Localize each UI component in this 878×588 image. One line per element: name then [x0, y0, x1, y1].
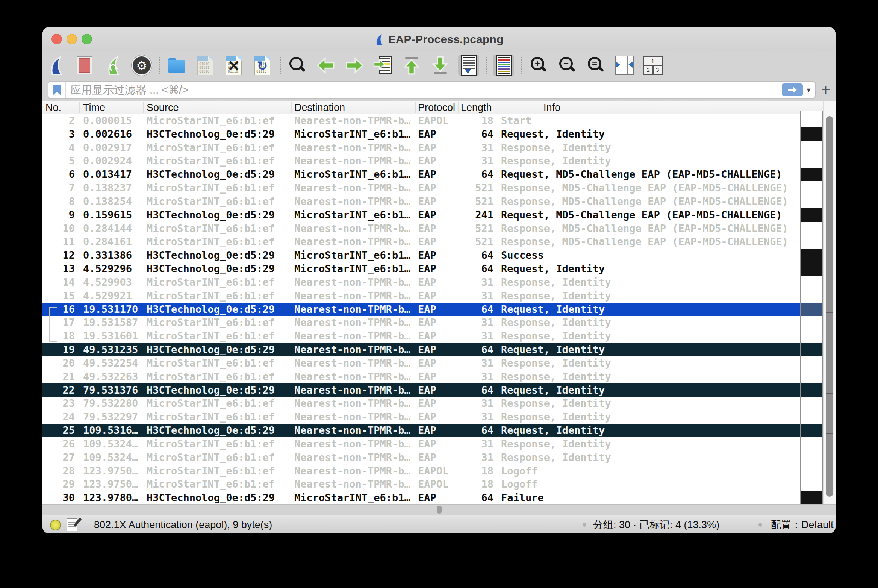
packet-row-26[interactable]: 26109.5324…MicroStarINT_e6:b1:efNearest-…: [42, 437, 800, 451]
packet-row-22[interactable]: 2279.531376H3CTechnolog_0e:d5:29Nearest-…: [42, 383, 800, 397]
packet-row-18[interactable]: 1819.531601MicroStarINT_e6:b1:efNearest-…: [42, 329, 800, 343]
window-title: EAP-Process.pcapng: [388, 33, 503, 46]
packet-row-16[interactable]: 1619.531170H3CTechnolog_0e:d5:29Nearest-…: [42, 303, 800, 316]
related-packets-bracket: [49, 307, 50, 342]
toolbar-separator: [280, 57, 281, 74]
packet-row-13[interactable]: 134.529296H3CTechnolog_0e:d5:29MicroStar…: [42, 262, 800, 276]
next-packet-button[interactable]: [344, 55, 365, 76]
colorize-button[interactable]: [493, 55, 514, 76]
packet-row-6[interactable]: 60.013417H3CTechnolog_0e:d5:29MicroStarI…: [42, 168, 800, 181]
apply-filter-button[interactable]: [782, 83, 803, 96]
status-separator-dot: [758, 515, 762, 533]
profile-selector[interactable]: 配置：Default: [771, 515, 834, 533]
resize-columns-button[interactable]: [614, 55, 635, 76]
packet-row-4[interactable]: 40.002917MicroStarINT_e6:b1:efNearest-no…: [42, 141, 800, 155]
minimap-block-16: [801, 303, 822, 316]
layout-icon: 1 23: [643, 56, 663, 75]
packet-row-14[interactable]: 144.529903MicroStarINT_e6:b1:efNearest-n…: [42, 276, 800, 289]
colorize-icon: [496, 55, 512, 76]
packet-row-15[interactable]: 154.529921MicroStarINT_e6:b1:efNearest-n…: [42, 289, 800, 303]
arrow-left-icon: [316, 56, 335, 75]
minimap-block-12: [801, 249, 822, 262]
intelligent-scrollbar-minimap[interactable]: [800, 111, 823, 504]
save-file-button[interactable]: 010100110101110: [195, 55, 216, 76]
restart-capture-button[interactable]: [103, 55, 124, 76]
gear-icon: ⚙: [132, 55, 152, 76]
packet-row-2[interactable]: 20.000015MicroStarINT_e6:b1:efNearest-no…: [42, 114, 800, 127]
status-bar: 802.1X Authentication (eapol), 9 byte(s)…: [42, 515, 836, 533]
display-filter-input[interactable]: [66, 84, 782, 96]
zoom-out-button[interactable]: −: [557, 55, 578, 76]
stop-capture-button[interactable]: [74, 55, 95, 76]
capture-comment-button[interactable]: [67, 515, 77, 533]
related-packets-bracket-tick: [49, 307, 57, 308]
minimap-block-30: [801, 491, 822, 505]
packet-count-info: 分组: 30 · 已标记: 4 (13.3%): [593, 515, 719, 533]
expert-info-button[interactable]: [50, 515, 61, 533]
vertical-scrollbar-thumb[interactable]: [826, 116, 833, 497]
auto-scroll-button[interactable]: [458, 55, 479, 76]
close-file-button[interactable]: 010100110101110✕: [223, 55, 244, 76]
folder-icon: [168, 58, 185, 73]
save-file-icon: 010100110101110: [197, 56, 213, 75]
column-header-info[interactable]: Info: [543, 101, 560, 114]
go-to-packet-button[interactable]: [372, 55, 394, 76]
zoom-in-icon: +: [529, 56, 548, 75]
packet-row-25[interactable]: 25109.5316…H3CTechnolog_0e:d5:29Nearest-…: [42, 424, 800, 437]
open-file-button[interactable]: [166, 55, 187, 76]
filter-bookmark-button[interactable]: [48, 82, 66, 98]
first-packet-button[interactable]: [401, 55, 422, 76]
column-header-no[interactable]: No.: [45, 101, 61, 114]
packet-row-17[interactable]: 1719.531587MicroStarINT_e6:b1:efNearest-…: [42, 316, 800, 329]
column-header-protocol[interactable]: Protocol: [418, 101, 455, 114]
column-header-destination[interactable]: Destination: [294, 101, 345, 114]
main-toolbar: ⚙ 010100110101110 010100110101110✕ 1010 …: [42, 52, 836, 79]
wireshark-window: EAP-Process.pcapng ⚙: [42, 27, 836, 533]
packet-list: No. Time Source Destination Protocol Len…: [42, 101, 836, 515]
packet-row-23[interactable]: 2379.532280MicroStarINT_e6:b1:efNearest-…: [42, 397, 800, 410]
comment-pencil-icon: [67, 518, 77, 531]
previous-packet-button[interactable]: [315, 55, 336, 76]
packet-row-11[interactable]: 110.284161MicroStarINT_e6:b1:efNearest-n…: [42, 235, 800, 249]
packet-row-10[interactable]: 100.284144MicroStarINT_e6:b1:efNearest-n…: [42, 222, 800, 235]
minimap-block-13: [801, 262, 822, 276]
packet-row-21[interactable]: 2149.532263MicroStarINT_e6:b1:efNearest-…: [42, 370, 800, 383]
expert-info-icon: [50, 520, 61, 530]
goto-packet-icon: [373, 56, 393, 75]
horizontal-scrollbar[interactable]: [42, 504, 836, 515]
add-filter-button[interactable]: +: [821, 82, 830, 98]
start-capture-button[interactable]: [45, 55, 67, 76]
packet-row-28[interactable]: 28123.9750…MicroStarINT_e6:b1:efNearest-…: [42, 464, 800, 478]
packet-row-3[interactable]: 30.002616H3CTechnolog_0e:d5:29MicroStarI…: [42, 127, 800, 141]
toolbar-separator: [521, 57, 522, 74]
vertical-scrollbar[interactable]: [823, 101, 836, 504]
desktop: EAP-Process.pcapng ⚙: [0, 0, 878, 588]
packet-row-20[interactable]: 2049.532254MicroStarINT_e6:b1:efNearest-…: [42, 356, 800, 370]
packet-row-19[interactable]: 1949.531235H3CTechnolog_0e:d5:29Nearest-…: [42, 343, 800, 356]
horizontal-scrollbar-thumb[interactable]: [437, 506, 442, 514]
find-packet-button[interactable]: [287, 55, 308, 76]
minimap-block-19: [801, 343, 822, 356]
packet-row-8[interactable]: 80.138254MicroStarINT_e6:b1:efNearest-no…: [42, 195, 800, 208]
packet-row-12[interactable]: 120.331386H3CTechnolog_0e:d5:29MicroStar…: [42, 249, 800, 262]
packet-row-24[interactable]: 2479.532297MicroStarINT_e6:b1:efNearest-…: [42, 410, 800, 424]
search-icon: [288, 56, 307, 75]
shark-fin-icon: [48, 56, 64, 75]
reload-file-button[interactable]: 1010 110 01110↻: [252, 55, 273, 76]
packet-rows: 20.000015MicroStarINT_e6:b1:efNearest-no…: [42, 114, 800, 505]
zoom-reset-button[interactable]: =: [585, 55, 606, 76]
packet-row-7[interactable]: 70.138237MicroStarINT_e6:b1:efNearest-no…: [42, 181, 800, 195]
filter-dropdown-chevron[interactable]: ▾: [807, 85, 810, 94]
packet-row-27[interactable]: 27109.5324…MicroStarINT_e6:b1:efNearest-…: [42, 451, 800, 464]
packet-row-29[interactable]: 29123.9750…MicroStarINT_e6:b1:efNearest-…: [42, 477, 800, 491]
packet-row-30[interactable]: 30123.9780…H3CTechnolog_0e:d5:29MicroSta…: [42, 491, 800, 505]
column-header-length[interactable]: Length: [461, 101, 492, 114]
column-header-source[interactable]: Source: [147, 101, 179, 114]
column-header-time[interactable]: Time: [83, 101, 105, 114]
last-packet-button[interactable]: [430, 55, 451, 76]
packet-row-9[interactable]: 90.159615H3CTechnolog_0e:d5:29MicroStarI…: [42, 208, 800, 222]
packet-row-5[interactable]: 50.002924MicroStarINT_e6:b1:efNearest-no…: [42, 154, 800, 168]
layout-chooser-button[interactable]: 1 23: [642, 55, 663, 76]
capture-options-button[interactable]: ⚙: [131, 55, 152, 76]
zoom-in-button[interactable]: +: [528, 55, 549, 76]
